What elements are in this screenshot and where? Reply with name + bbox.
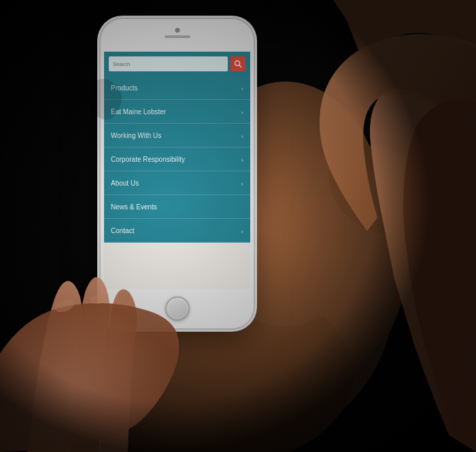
nav-item-contact[interactable]: Contact › — [104, 219, 250, 243]
nav-menu: Products › Eat Maine Lobster › Working W… — [104, 76, 250, 243]
nav-item-about[interactable]: About Us › — [104, 171, 250, 195]
chevron-right-icon: › — [241, 155, 243, 163]
front-camera — [175, 28, 180, 33]
nav-item-label: Working With Us — [111, 132, 161, 139]
nav-overlay: Products › Eat Maine Lobster › Working W… — [104, 52, 250, 289]
chevron-right-icon: › — [241, 203, 243, 211]
phone: 0-225-2586 lum dolor sit amet Menu — [101, 19, 254, 328]
nav-item-corporate[interactable]: Corporate Responsibility › — [104, 147, 250, 171]
nav-item-label: News & Events — [111, 203, 157, 211]
chevron-right-icon: › — [241, 179, 243, 187]
phone-top-bar — [101, 19, 254, 52]
chevron-right-icon: › — [241, 131, 243, 139]
search-bar — [104, 52, 250, 76]
home-button[interactable] — [165, 296, 190, 321]
nav-item-label: Contact — [111, 227, 134, 234]
chevron-right-icon: › — [241, 84, 243, 92]
search-button[interactable] — [231, 56, 245, 71]
chevron-right-icon: › — [241, 107, 243, 116]
phone-bottom-bar — [101, 289, 254, 328]
nav-item-working[interactable]: Working With Us › — [104, 124, 250, 147]
svg-line-7 — [239, 65, 241, 67]
nav-item-label: Corporate Responsibility — [111, 156, 185, 163]
speaker-grille — [165, 35, 190, 38]
chevron-right-icon: › — [241, 226, 243, 234]
search-icon — [234, 60, 242, 68]
nav-item-label: Eat Maine Lobster — [111, 108, 166, 116]
nav-item-label: Products — [111, 84, 137, 92]
nav-item-label: About Us — [111, 179, 139, 187]
nav-item-products[interactable]: Products › — [104, 76, 250, 100]
search-input[interactable] — [109, 56, 228, 71]
phone-screen: 0-225-2586 lum dolor sit amet Menu — [104, 52, 250, 289]
nav-item-news[interactable]: News & Events › — [104, 195, 250, 219]
nav-item-eat-maine[interactable]: Eat Maine Lobster › — [104, 100, 250, 124]
